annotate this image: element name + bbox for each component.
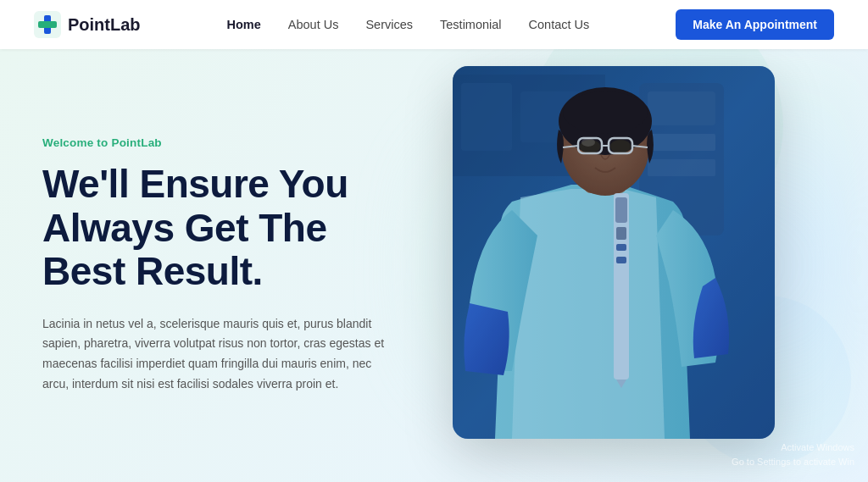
svg-rect-28 (453, 66, 775, 439)
hero-content-left: Welcome to PointLab We'll Ensure You Alw… (0, 49, 441, 482)
svg-point-29 (581, 138, 595, 147)
logo-icon (34, 11, 61, 38)
headline-line-3: Best Result. (42, 249, 263, 293)
watermark-line2: Go to Settings to activate Win (732, 455, 854, 469)
appointment-button[interactable]: Make An Appointment (676, 9, 834, 40)
hero-description: Lacinia in netus vel a, scelerisque maur… (42, 314, 398, 395)
nav-links: Home About Us Services Testimonial Conta… (226, 17, 589, 32)
nav-link-about[interactable]: About Us (288, 18, 339, 31)
welcome-label: Welcome to PointLab (42, 136, 398, 149)
headline-line-1: We'll Ensure You (42, 162, 348, 206)
hero-headline: We'll Ensure You Always Get The Best Res… (42, 163, 398, 294)
nav-item-testimonial[interactable]: Testimonial (440, 17, 502, 32)
nav-item-contact[interactable]: Contact Us (529, 17, 590, 32)
nav-link-home[interactable]: Home (226, 18, 260, 31)
watermark-line1: Activate Windows (732, 440, 854, 455)
nav-item-about[interactable]: About Us (288, 17, 339, 32)
hero-section: Welcome to PointLab We'll Ensure You Alw… (0, 49, 868, 482)
nav-item-services[interactable]: Services (365, 17, 413, 32)
headline-line-2: Always Get The (42, 206, 327, 250)
logo: PointLab (34, 11, 141, 38)
lab-image-card (453, 66, 775, 439)
navbar: PointLab Home About Us Services Testimon… (0, 0, 868, 49)
logo-text: PointLab (68, 15, 141, 35)
nav-link-services[interactable]: Services (365, 18, 413, 31)
nav-link-contact[interactable]: Contact Us (529, 18, 590, 31)
activation-watermark: Activate Windows Go to Settings to activ… (732, 440, 854, 468)
lab-scientist-image (453, 66, 775, 439)
hero-image-area: Activate Windows Go to Settings to activ… (402, 49, 868, 482)
nav-item-home[interactable]: Home (226, 17, 260, 32)
svg-rect-2 (38, 21, 57, 28)
nav-link-testimonial[interactable]: Testimonial (440, 18, 502, 31)
